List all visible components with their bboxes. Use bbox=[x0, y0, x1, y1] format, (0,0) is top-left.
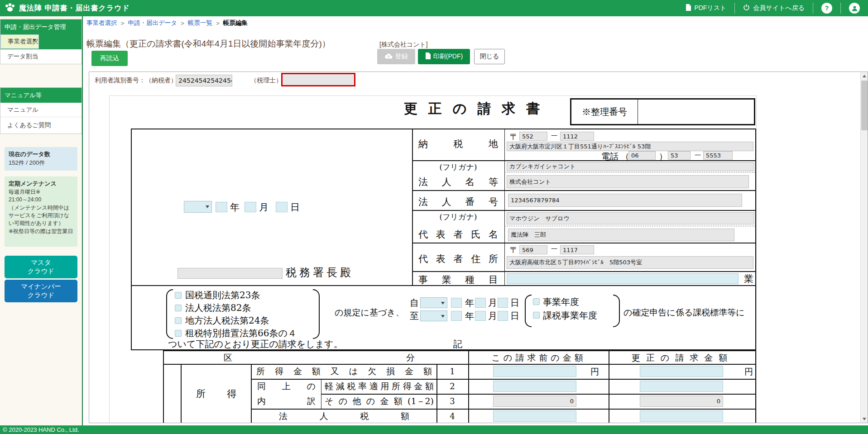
maintenance-line: （メンテナンス時間中はサービスをご利用頂けない可能性があります） bbox=[9, 204, 73, 228]
taxable-business-year-checkbox[interactable] bbox=[533, 312, 540, 319]
phone1-field[interactable]: 06 bbox=[628, 151, 656, 160]
back-to-member-label: 会員サイトへ戻る bbox=[753, 4, 805, 12]
law4-checkbox[interactable] bbox=[175, 330, 182, 337]
corporate-name-label: 法人名等 bbox=[412, 176, 504, 188]
row1-number: 1 bbox=[436, 364, 468, 379]
from-month-input[interactable] bbox=[475, 298, 486, 308]
rule bbox=[412, 210, 755, 211]
row2-corrected-amount-input[interactable] bbox=[640, 381, 723, 392]
taxpayer-label: （納税者） bbox=[145, 76, 177, 85]
zip4-field[interactable]: 1117 bbox=[560, 245, 594, 254]
close-label: 閉じる bbox=[480, 52, 499, 61]
row3-number: 3 bbox=[436, 394, 468, 409]
day-input[interactable] bbox=[276, 202, 288, 212]
phone2-field[interactable]: 53 bbox=[668, 151, 691, 160]
row3-corrected-amount-field[interactable]: 0 bbox=[640, 396, 723, 407]
sidebar: 申請・届出データ管理 事業者選択 一般ID管理 データ割当 マニュアル等 マニュ… bbox=[0, 16, 82, 425]
taxpayer-id-field[interactable]: 2452454254245452 bbox=[176, 75, 232, 86]
year-label: 年 bbox=[465, 297, 474, 309]
row4-corrected-amount-input[interactable] bbox=[640, 410, 723, 422]
from-era-select[interactable] bbox=[420, 297, 447, 308]
sidebar-item-data-assignment[interactable]: データ割当 bbox=[0, 49, 82, 64]
rule bbox=[504, 129, 505, 285]
reload-button[interactable]: 再読込 bbox=[91, 51, 128, 66]
to-era-select[interactable] bbox=[420, 310, 447, 321]
to-year-input[interactable] bbox=[451, 311, 462, 321]
maintenance-box: 定期メンテナンス 毎週月曜日※ 21:00～24:00 （メンテナンス時間中はサ… bbox=[5, 176, 77, 247]
month-input[interactable] bbox=[245, 202, 256, 212]
law1-checkbox[interactable] bbox=[175, 292, 182, 299]
zip1-field[interactable]: 552 bbox=[519, 132, 547, 141]
from-year-input[interactable] bbox=[451, 298, 462, 308]
month-label: 月 bbox=[488, 310, 497, 322]
scroll-down-button[interactable] bbox=[861, 415, 868, 423]
to-day-input[interactable] bbox=[498, 311, 508, 321]
row1-corrected-amount-input[interactable] bbox=[640, 366, 723, 377]
law2-checkbox[interactable] bbox=[175, 305, 182, 311]
zip-dash: — bbox=[551, 131, 557, 138]
maintenance-line: 毎週月曜日※ bbox=[9, 188, 73, 196]
breadcrumb-link-application-data[interactable]: 申請・届出データ bbox=[128, 19, 177, 27]
vertical-scrollbar[interactable] bbox=[860, 72, 868, 423]
close-button[interactable]: 閉じる bbox=[474, 49, 505, 64]
help-button[interactable]: ? bbox=[813, 0, 840, 16]
based-on-text: の規定に基づき、 bbox=[335, 307, 404, 319]
maintenance-title: 定期メンテナンス bbox=[9, 180, 73, 188]
corporate-name-field[interactable]: 株式会社コント bbox=[507, 175, 749, 188]
copyright-text: © 2020-2023 HAND Co., Ltd. bbox=[3, 426, 79, 433]
scroll-up-button[interactable] bbox=[861, 72, 868, 80]
mynumber-cloud-button[interactable]: マイナンバー クラウド bbox=[5, 280, 77, 302]
pdf-file-icon bbox=[686, 4, 691, 12]
column-header-corrected-amount: 更正の請求金額 bbox=[609, 352, 755, 364]
register-button[interactable]: 登録 bbox=[377, 49, 415, 64]
tax-office-name-field[interactable] bbox=[177, 268, 283, 279]
law2-label: 法人税法第82条 bbox=[185, 302, 251, 314]
scrollbar-thumb[interactable] bbox=[861, 81, 868, 130]
account-button[interactable] bbox=[841, 0, 862, 16]
business-year-checkbox[interactable] bbox=[533, 298, 540, 305]
section-header-bun: 分 bbox=[406, 352, 415, 364]
representative-kana-field[interactable]: マホウジン サブロウ bbox=[507, 212, 754, 224]
reload-label: 再読込 bbox=[100, 54, 119, 62]
row3-before-amount-field[interactable]: 0 bbox=[493, 396, 576, 407]
bracket-open bbox=[166, 289, 173, 339]
back-to-member-site-button[interactable]: 会員サイトへ戻る bbox=[735, 0, 813, 16]
law3-checkbox[interactable] bbox=[175, 317, 182, 324]
sidebar-item-manual[interactable]: マニュアル bbox=[0, 103, 82, 117]
sidebar-header-data-management: 申請・届出データ管理 bbox=[0, 19, 82, 34]
tax-accountant-id-field[interactable] bbox=[281, 73, 355, 86]
pdf-list-button[interactable]: PDFリスト bbox=[677, 0, 734, 16]
representative-address-field[interactable]: 大阪府高槻市北区５丁目ﾎﾜﾗｲﾊﾞｼﾋﾞﾙ 5階503号室 bbox=[507, 256, 753, 269]
zip3-field[interactable]: 569 bbox=[519, 245, 547, 254]
row1-before-amount-input[interactable] bbox=[493, 366, 576, 377]
sidebar-item-faq[interactable]: よくあるご質問 bbox=[0, 117, 82, 134]
phone-label: 電話 bbox=[601, 151, 619, 162]
from-day-input[interactable] bbox=[498, 298, 508, 308]
representative-name-field[interactable]: 魔法陣 三郎 bbox=[508, 229, 734, 241]
master-cloud-button[interactable]: マスタ クラウド bbox=[5, 256, 77, 278]
power-icon bbox=[743, 4, 750, 12]
corporate-number-field[interactable]: 1234567879784 bbox=[508, 194, 742, 207]
phone3-field[interactable]: 5553 bbox=[703, 151, 733, 160]
row4-before-amount-input[interactable] bbox=[493, 410, 576, 422]
business-type-label: 事業種目 bbox=[412, 273, 504, 286]
tax-address-field[interactable]: 大阪府大阪市淀川区１丁目551通りﾊｰﾌﾞｽｴﾝﾄﾋﾞﾙ 53階 bbox=[507, 142, 753, 151]
data-count-title: 現在のデータ数 bbox=[9, 150, 73, 159]
era-select[interactable] bbox=[184, 201, 212, 213]
breadcrumb-link-business-select[interactable]: 事業者選択 bbox=[86, 19, 117, 27]
app-logo: 魔法陣 申請書・届出書クラウド bbox=[0, 3, 130, 14]
to-month-input[interactable] bbox=[475, 311, 486, 321]
zip2-field[interactable]: 1112 bbox=[560, 132, 594, 141]
sidebar-group-manual: マニュアル等 マニュアル よくあるご質問 bbox=[0, 87, 82, 134]
corporate-kana-field[interactable]: カブシキガイシャコント bbox=[507, 162, 754, 171]
same-as-above-group-label: 同上の 内訳 bbox=[252, 379, 321, 409]
breadcrumb-link-form-list[interactable]: 帳票一覧 bbox=[188, 19, 212, 27]
business-type-field[interactable] bbox=[507, 273, 739, 284]
print-pdf-button[interactable]: 印刷(PDF) bbox=[418, 49, 470, 64]
year-input[interactable] bbox=[216, 202, 227, 212]
pdf-list-label: PDFリスト bbox=[694, 4, 726, 12]
law1-label: 国税通則法第23条 bbox=[185, 289, 260, 301]
sidebar-item-business-select[interactable]: 事業者選択 bbox=[0, 34, 39, 49]
request-statement-text: ついて下記のとおり更正の請求をします。 bbox=[168, 338, 343, 350]
row2-before-amount-input[interactable] bbox=[493, 381, 576, 392]
